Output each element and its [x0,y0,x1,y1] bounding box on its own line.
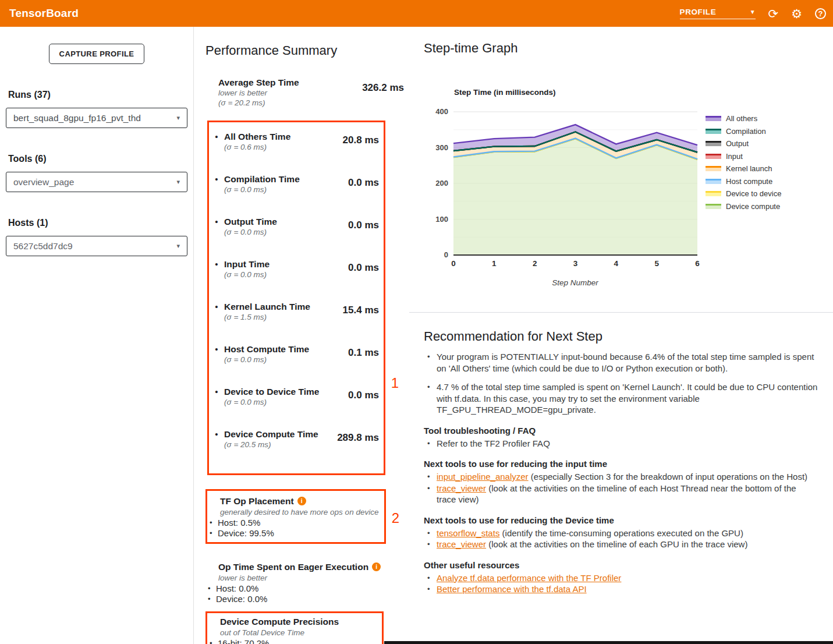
chevron-down-icon: ▾ [176,242,180,250]
help-icon[interactable]: ? [815,8,826,19]
legend-item-host-compute: Host compute [706,175,781,188]
refresh-icon[interactable]: ⟳ [768,8,779,20]
recommendation-bullet: 4.7 % of the total step time sampled is … [424,381,818,416]
metric-subtitle: lower is better [218,88,349,98]
metric-sigma: (σ = 0.0 ms) [224,270,324,279]
x-tick-label: 4 [607,259,625,268]
main-panel: Step-time Graph Step Time (in millisecon… [409,27,833,644]
legend-swatch [706,166,721,171]
legend-item-kernel-launch: Kernel launch [706,162,781,175]
step-time-chart-plot[interactable] [453,111,698,256]
legend-label: Output [726,139,749,148]
info-icon[interactable]: i [372,562,381,571]
x-tick-label: 5 [648,259,665,268]
legend-swatch [706,204,721,209]
legend-swatch [706,154,721,159]
y-tick-label: 200 [423,179,448,187]
metric-sigma: (σ = 0.0 ms) [224,397,324,407]
tf-op-placement-host: Host: 0.5% [207,518,380,528]
metric-title: Input Time [224,259,324,270]
chevron-down-icon: ▾ [176,178,180,186]
y-tick-label: 100 [423,215,448,224]
metric-value: 0.1 ms [324,347,379,359]
metric-value: 15.4 ms [324,305,379,316]
rec-item-text: (identify the time-consuming operations … [499,528,743,538]
y-tick-label: 400 [423,107,448,116]
area-device-compute [453,139,697,255]
rec-item-text: (look at the activities on the timeline … [486,539,747,549]
rec-section-item: Better performance with the tf.data API [424,583,818,595]
rec-section-heading: Next tools to use for reducing the Devic… [424,515,818,526]
metric-value: 289.8 ms [324,432,379,444]
legend-label: All others [726,114,757,123]
legend-item-device-compute: Device compute [706,200,781,213]
hosts-label: Hosts (1) [6,218,187,228]
bottom-section-edge [384,641,833,644]
rec-link-trace-viewer[interactable]: trace_viewer [437,483,486,493]
legend-item-compilation: Compilation [706,125,781,138]
recommendation-card: Recommendation for Next Step Your progra… [409,313,833,595]
metric-title: Host Compute Time [224,344,324,355]
metric-value: 0.0 ms [324,390,379,401]
metric-value: 326.2 ms [349,82,404,94]
metric-title: All Others Time [224,131,324,142]
recommendation-title: Recommendation for Next Step [424,329,818,344]
legend-item-device-to-device: Device to device [706,187,781,200]
rec-section-heading: Tool troubleshooting / FAQ [424,425,818,436]
y-tick-label: 0 [423,250,448,259]
dashboard-selector-dropdown[interactable]: PROFILE ▼ [680,8,756,19]
rec-section-item: input_pipeline_analyzer (especially Sect… [424,471,818,483]
capture-profile-button[interactable]: CAPTURE PROFILE [49,44,145,64]
info-icon[interactable]: i [297,497,306,505]
tools-dropdown-value: overview_page [13,177,74,187]
chevron-down-icon: ▾ [176,114,180,122]
legend-item-all-others: All others [706,112,781,125]
legend-swatch [706,129,721,134]
rec-link-input-pipeline-analyzer[interactable]: input_pipeline_analyzer [437,472,529,482]
rec-link-better-performance-with-the-tf-data-api[interactable]: Better performance with the tf.data API [437,584,587,594]
tf-op-placement-title: TF Op Placementi [207,496,380,507]
legend-label: Device to device [726,189,781,198]
metric-sigma: (σ = 0.6 ms) [224,142,324,152]
dashboard-selector-label: PROFILE [680,8,717,16]
tf-op-placement-device: Device: 99.5% [207,528,380,539]
sidebar: CAPTURE PROFILE Runs (37) bert_squad_8gp… [0,27,194,644]
legend-item-output: Output [706,137,781,150]
annotation-number-1: 1 [391,375,399,391]
app-title: TensorBoard [0,7,79,20]
performance-summary-title: Performance Summary [205,43,409,58]
rec-item-text: (especially Section 3 for the breakdown … [529,472,807,482]
precision-16bit: 16-bit: 70.2% [207,638,377,644]
perf-item-input: • Input Time (σ = 0.0 ms) 0.0 ms [209,259,379,279]
metric-sigma: (σ = 20.5 ms) [224,440,324,450]
rec-link-trace-viewer[interactable]: trace_viewer [437,539,486,549]
metric-title: Device Compute Time [224,429,324,440]
legend-swatch [706,191,721,196]
hosts-dropdown[interactable]: 5627c5dd7dc9 ▾ [6,236,187,256]
legend-item-input: Input [706,150,781,163]
precisions-subtitle: out of Total Device Time [207,628,377,638]
metric-sigma: (σ = 0.0 ms) [224,355,324,365]
tools-dropdown[interactable]: overview_page ▾ [6,172,187,192]
metric-sigma: (σ = 0.0 ms) [224,227,324,237]
metric-title: Average Step Time [218,77,349,88]
rec-section-item: Analyze tf.data performance with the TF … [424,572,818,584]
rec-section-item: Refer to the TF2 Profiler FAQ [424,438,818,450]
annotation-number-2: 2 [392,510,399,526]
gear-icon[interactable]: ⚙ [791,8,802,20]
perf-item-compilation: • Compilation Time (σ = 0.0 ms) 0.0 ms [209,174,379,194]
metric-title: Output Time [224,216,324,227]
perf-item-host-compute: • Host Compute Time (σ = 0.0 ms) 0.1 ms [209,344,379,365]
runs-dropdown[interactable]: bert_squad_8gpu_fp16_pvt_thd ▾ [6,108,187,128]
rec-link-analyze-tf-data-performance-with-the-tf-profiler[interactable]: Analyze tf.data performance with the TF … [437,573,621,583]
metric-sigma: (σ = 1.5 ms) [224,312,324,322]
average-step-time: Average Step Time lower is better (σ = 2… [205,77,409,108]
rec-item-text: (look at the activities on the timeline … [437,483,796,505]
rec-link-tensorflow-stats[interactable]: tensorflow_stats [437,528,499,538]
legend-label: Kernel launch [726,164,772,173]
x-tick-label: 6 [689,259,706,268]
tf-op-placement-subtitle: generally desired to have more ops on de… [207,507,380,517]
annotation-box-3: Device Compute Precisions out of Total D… [205,611,384,644]
tools-label: Tools (6) [6,154,187,164]
annotation-box-1: • All Others Time (σ = 0.6 ms) 20.8 ms •… [207,121,385,475]
